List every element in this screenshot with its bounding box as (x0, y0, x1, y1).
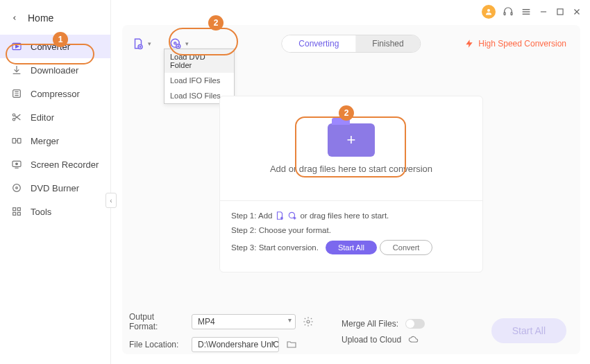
svg-rect-27 (13, 212, 16, 215)
add-dvd-icon: + (287, 211, 297, 220)
user-avatar[interactable] (482, 5, 496, 19)
svg-point-33 (174, 42, 176, 44)
bottom-bar: Output Format: MP4 File Location: D:\Won… (129, 314, 573, 350)
grid-icon (11, 206, 22, 217)
cloud-icon[interactable] (408, 334, 419, 345)
sidebar-item-compressor[interactable]: Compressor (0, 82, 110, 105)
svg-rect-18 (17, 139, 21, 144)
svg-marker-37 (466, 40, 473, 48)
upload-cloud-label: Upload to Cloud (342, 335, 401, 345)
svg-point-13 (12, 114, 15, 116)
output-format-select[interactable]: MP4 (192, 314, 296, 329)
sidebar-item-label: Merger (31, 136, 59, 146)
sidebar-item-merger[interactable]: Merger (0, 129, 110, 153)
dropzone-area[interactable]: + Add or drag files here to start conver… (220, 96, 482, 200)
add-file-icon (132, 37, 144, 50)
svg-rect-17 (12, 139, 16, 144)
converter-icon (11, 41, 22, 52)
svg-rect-26 (17, 208, 20, 211)
compressor-icon (11, 88, 22, 99)
tab-finished[interactable]: Finished (355, 35, 420, 52)
sidebar-collapse-handle[interactable]: ‹ (106, 193, 117, 208)
svg-rect-7 (557, 9, 563, 15)
sidebar-item-downloader[interactable]: Downloader (0, 58, 110, 82)
home-label: Home (28, 12, 53, 24)
svg-text:+: + (281, 216, 284, 220)
status-tabs: Converting Finished (281, 35, 421, 53)
svg-rect-25 (13, 208, 16, 211)
window-close-icon[interactable] (572, 7, 582, 17)
add-file-icon: + (275, 211, 285, 220)
sidebar-item-tools[interactable]: Tools (0, 200, 110, 223)
folder-plus-icon: + (328, 123, 375, 157)
step2-text: Step 2: Choose your format. (231, 226, 331, 234)
output-format-label: Output Format: (129, 312, 185, 331)
chevron-down-icon: ▾ (185, 40, 189, 47)
sidebar-item-editor[interactable]: Editor (0, 105, 110, 129)
dropzone-caption: Add or drag files here to start conversi… (270, 164, 432, 174)
start-all-button[interactable]: Start All (491, 318, 566, 343)
svg-point-14 (12, 119, 15, 121)
file-location-select[interactable]: D:\Wondershare UniConverter 1 (192, 337, 279, 352)
window-minimize-icon[interactable] (539, 7, 548, 17)
chevron-down-icon: ▾ (148, 40, 151, 47)
high-speed-conversion[interactable]: High Speed Conversion (464, 39, 566, 49)
svg-marker-11 (16, 45, 19, 48)
sidebar: Home Converter Downloader Compressor Edi… (0, 0, 111, 364)
sidebar-item-label: Tools (31, 207, 51, 217)
menu-item-load-dvd-folder[interactable]: Load DVD Folder (165, 49, 234, 73)
scissors-icon (11, 112, 22, 123)
svg-rect-28 (17, 212, 20, 215)
sidebar-item-screen-recorder[interactable]: Screen Recorder (0, 153, 110, 176)
tab-converting[interactable]: Converting (282, 35, 355, 52)
sidebar-item-label: Editor (31, 112, 54, 123)
disc-icon (11, 182, 22, 193)
svg-rect-1 (504, 12, 505, 15)
svg-point-0 (487, 9, 490, 12)
start-all-pill[interactable]: Start All (326, 241, 377, 254)
sidebar-item-label: Screen Recorder (31, 159, 99, 170)
menu-item-load-ifo-files[interactable]: Load IFO Files (165, 73, 234, 88)
folder-icon[interactable] (286, 339, 297, 350)
main-panel: ▾ ▾ Converting Finished High Speed Conve… (122, 25, 580, 354)
chevron-left-icon (11, 15, 18, 21)
convert-pill[interactable]: Convert (380, 240, 433, 255)
svg-point-23 (13, 184, 21, 192)
screen-recorder-icon (11, 159, 22, 170)
download-icon (11, 64, 22, 76)
add-file-button[interactable]: ▾ (129, 35, 154, 53)
sidebar-item-converter[interactable]: Converter (0, 35, 110, 58)
sidebar-item-dvd-burner[interactable]: DVD Burner (0, 176, 110, 200)
home-back[interactable]: Home (0, 6, 110, 31)
step1-text-b: or drag files here to start. (300, 211, 389, 220)
headset-icon[interactable] (503, 6, 514, 17)
svg-rect-2 (511, 12, 512, 15)
merge-label: Merge All Files: (342, 319, 398, 329)
svg-point-41 (307, 320, 310, 323)
svg-point-21 (16, 163, 18, 165)
file-location-label: File Location: (129, 340, 185, 349)
step1-text-a: Step 1: Add (231, 211, 272, 220)
window-maximize-icon[interactable] (555, 7, 565, 17)
hsc-label: High Speed Conversion (478, 39, 566, 49)
svg-point-24 (16, 187, 18, 189)
merger-icon (11, 135, 22, 146)
sidebar-item-label: Downloader (31, 65, 78, 76)
sidebar-item-label: DVD Burner (31, 183, 79, 193)
dropzone: + Add or drag files here to start conver… (219, 96, 483, 272)
lightning-icon (464, 39, 474, 49)
step3говорe-text: Step 3: Start conversion. (231, 243, 319, 252)
svg-text:+: + (294, 216, 296, 220)
sidebar-item-label: Compressor (31, 89, 80, 99)
merge-toggle[interactable] (405, 319, 425, 329)
hamburger-menu-icon[interactable] (521, 6, 532, 17)
gear-icon[interactable] (303, 316, 314, 327)
sidebar-item-label: Converter (31, 42, 70, 52)
